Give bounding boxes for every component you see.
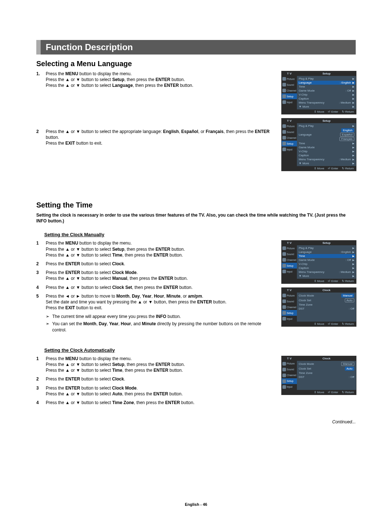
step-number: 3 [36,270,46,281]
osd-row-label: Plug & Play [299,246,314,250]
screenshots-column: T V Setup PictureSoundChannelSetupInput … [281,71,356,171]
osd-side-item: Channel [282,372,297,378]
osd-side-item: Setup [282,141,297,146]
osd-side-label: Input [287,318,293,320]
osd-row-label: Language [299,250,312,254]
osd-row-label: Clock Mode [299,362,314,366]
subheading-manual: Setting the Clock Manually [44,232,356,237]
osd-tv-label: T V [282,356,297,361]
osd-foot-move: ⇕ Move [314,322,324,326]
osd-side-label: Channel [287,259,296,261]
osd-tv-label: T V [282,118,297,123]
osd-option: Manual [341,362,354,366]
osd-side-item: Input [282,269,297,274]
osd-tv-label: T V [282,288,297,293]
osd-header: T V Clock [282,288,356,293]
osd-side-item: Input [282,384,297,390]
osd-row-label: Game Mode [299,146,315,149]
osd-row-label: ▼ More [299,162,309,165]
osd-option: Français [339,137,354,141]
osd-menu-row: Clock ModeManual [298,362,355,366]
instruction-step: 1 Press the MENU button to display the m… [36,240,274,258]
osd-side-item: Picture [282,76,297,82]
osd-clock-manual: T V Clock PictureSoundChannelSetupInput … [281,287,356,327]
osd-side-item: Sound [282,298,297,304]
note-line: ➣ The current time will appear every tim… [46,314,274,319]
note-line: ➣ You can set the Month, Day, Year, Hour… [46,321,274,332]
instruction-step: 3 Press the ENTER button to select Clock… [36,270,274,281]
note-arrow-icon: ➣ [46,321,52,332]
step-number: 1. [36,71,46,89]
osd-row-label: DST [299,307,305,310]
instruction-step: 4 Press the ▲ or ▼ button to select Time… [36,400,274,406]
osd-menu-row: V-Chip ▶ [298,262,355,266]
osd-menu-row: Game Mode : Off▶ [298,258,355,262]
step-text: Press the ▲ or ▼ button to select Clock … [46,285,274,290]
osd-side-item: Channel [282,88,297,93]
osd-side-item: Sound [282,129,297,135]
osd-footer: ⇕ Move ⏎ Enter ↻ Return [282,109,356,114]
screenshots-column: T V Setup PictureSoundChannelSetupInput … [281,240,356,327]
osd-menu-row: Caption ▶ [298,153,355,157]
osd-setup-language-options: T V Setup PictureSoundChannelSetupInput … [281,118,356,171]
text-column: 1 Press the MENU button to display the m… [36,356,274,408]
chevron-right-icon: ▶ [352,154,354,157]
osd-row-label: Caption [299,266,309,270]
instruction-step: 2 Press the ENTER button to select Clock… [36,261,274,267]
osd-side-icon [282,305,286,309]
osd-menu-row: Clock ModeManual [298,293,355,298]
step-text: Press the ENTER button to select Clock M… [46,385,274,397]
osd-foot-return: ↻ Return [342,391,354,394]
osd-side-icon [282,317,286,321]
osd-side-item: Channel [282,257,297,263]
osd-title: Setup [297,241,356,245]
step-number: 4 [36,285,46,290]
osd-side-icon [282,311,286,315]
osd-row-label: Clock Set [299,299,311,302]
section-heading-language: Selecting a Menu Language [36,60,356,68]
instruction-step: 1. Press the MENU button to display the … [36,71,274,89]
osd-side-label: Input [287,386,293,388]
osd-side-label: Sound [287,253,294,255]
instruction-step: 3 Press the ENTER button to select Clock… [36,385,274,397]
osd-side-label: Setup [287,142,293,145]
osd-foot-enter: ⏎ Enter [328,110,338,113]
osd-menu-row: Menu Transparency : Medium▶ [298,157,355,161]
osd-side-item: Setup [282,378,297,384]
osd-menu-row: ▼ More ▶ [298,105,355,109]
osd-option: Manual [341,294,354,298]
osd-sidebar: PictureSoundChannelSetupInput [282,293,297,322]
osd-body: PictureSoundChannelSetupInput Clock Mode… [282,293,356,322]
osd-side-icon [282,94,286,98]
instruction-step: 2 Press the ▲ or ▼ button to select the … [36,129,274,146]
osd-body: PictureSoundChannelSetupInput Plug & Pla… [282,76,356,109]
step-text: Press the ENTER button to select Clock M… [46,270,274,281]
chevron-right-icon: ▶ [352,259,354,262]
osd-menu-row: Clock SetAuto [298,298,355,303]
osd-side-label: Channel [287,374,296,376]
step-number: 5 [36,293,46,311]
osd-menu-row: Language : English▶ [298,81,355,85]
osd-side-icon [282,270,286,273]
chevron-right-icon: ▶ [352,125,354,128]
osd-row-label: Time [299,142,305,145]
subheading-auto: Setting the Clock Automatically [44,347,356,353]
osd-row-value: : English [340,81,351,84]
osd-side-label: Channel [287,137,296,139]
osd-foot-enter: ⏎ Enter [328,167,338,170]
osd-side-icon [282,368,286,371]
osd-side-icon [282,246,286,250]
osd-sidebar: PictureSoundChannelSetupInput [282,123,297,166]
osd-side-item: Sound [282,251,297,257]
osd-body: PictureSoundChannelSetupInput Plug & Pla… [282,123,356,166]
step-text: Press the ◄ or ► button to move to Month… [46,293,274,311]
osd-side-label: Picture [287,125,295,128]
osd-menu-row: Game Mode : Off▶ [298,89,355,93]
osd-header: T V Setup [282,71,356,76]
osd-row-label: V-Chip [299,262,307,266]
osd-menu-row: Menu Transparency : Medium▶ [298,270,355,274]
osd-side-icon [282,89,286,92]
osd-foot-enter: ⏎ Enter [328,322,338,326]
osd-side-icon [282,294,286,297]
osd-foot-return: ↻ Return [342,322,354,326]
